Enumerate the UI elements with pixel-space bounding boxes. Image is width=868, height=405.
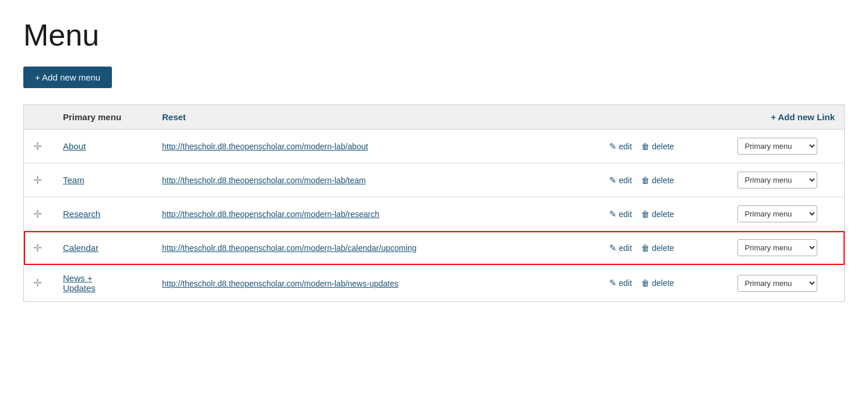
item-name-link[interactable]: Calendar	[63, 243, 99, 253]
drag-icon: ✛	[33, 208, 42, 220]
menu-select-cell: Primary menuSecondary menuFooter menu	[728, 197, 845, 231]
menu-table: Primary menu Reset + Add new Link ✛About…	[23, 104, 845, 302]
drag-handle[interactable]: ✛	[24, 265, 54, 302]
col-header-add-link[interactable]: + Add new Link	[728, 105, 845, 130]
table-row: ✛Calendarhttp://thescholr.d8.theopenscho…	[24, 231, 845, 265]
delete-icon	[641, 278, 649, 288]
drag-handle[interactable]: ✛	[24, 163, 54, 197]
delete-link[interactable]: delete	[641, 176, 674, 185]
drag-icon: ✛	[33, 242, 42, 254]
add-menu-button[interactable]: + Add new menu	[23, 67, 112, 88]
edit-icon	[609, 175, 617, 186]
delete-link[interactable]: delete	[641, 278, 674, 288]
table-row: ✛Teamhttp://thescholr.d8.theopenscholar.…	[24, 163, 845, 197]
item-name-link[interactable]: News + Updates	[63, 273, 96, 293]
drag-icon: ✛	[33, 174, 42, 186]
menu-select-cell: Primary menuSecondary menuFooter menu	[728, 265, 845, 302]
edit-icon	[609, 209, 617, 219]
item-url-cell: http://thescholr.d8.theopenscholar.com/m…	[153, 231, 600, 265]
menu-select[interactable]: Primary menuSecondary menuFooter menu	[737, 239, 817, 256]
reset-link[interactable]: Reset	[162, 112, 186, 122]
edit-icon	[609, 141, 617, 152]
col-header-primary-menu: Primary menu	[54, 105, 153, 130]
action-cell: edit delete	[600, 163, 728, 197]
action-cell: edit delete	[600, 265, 728, 302]
menu-select[interactable]: Primary menuSecondary menuFooter menu	[737, 172, 817, 188]
item-name-cell: News + Updates	[54, 265, 153, 302]
edit-link[interactable]: edit	[609, 243, 632, 253]
edit-icon	[609, 243, 617, 253]
action-cell: edit delete	[600, 197, 728, 231]
item-url-cell: http://thescholr.d8.theopenscholar.com/m…	[153, 197, 600, 231]
edit-link[interactable]: edit	[609, 209, 632, 219]
edit-link[interactable]: edit	[609, 278, 632, 288]
item-name-link[interactable]: Team	[63, 175, 85, 185]
item-name-cell: About	[54, 130, 153, 163]
table-row: ✛Abouthttp://thescholr.d8.theopenscholar…	[24, 130, 845, 163]
edit-link[interactable]: edit	[609, 175, 632, 186]
delete-link[interactable]: delete	[641, 243, 674, 253]
menu-select[interactable]: Primary menuSecondary menuFooter menu	[737, 205, 817, 222]
item-url-link[interactable]: http://thescholr.d8.theopenscholar.com/m…	[162, 243, 417, 253]
add-new-link[interactable]: + Add new Link	[771, 112, 835, 122]
col-header-drag	[24, 105, 54, 130]
delete-link[interactable]: delete	[641, 142, 674, 151]
action-cell: edit delete	[600, 231, 728, 265]
drag-icon: ✛	[33, 277, 42, 289]
page-title: Menu	[23, 18, 845, 53]
item-name-link[interactable]: About	[63, 141, 86, 151]
item-url-cell: http://thescholr.d8.theopenscholar.com/m…	[153, 130, 600, 163]
drag-icon: ✛	[33, 141, 42, 152]
item-name-cell: Calendar	[54, 231, 153, 265]
delete-icon	[641, 243, 649, 253]
drag-handle[interactable]: ✛	[24, 197, 54, 231]
item-url-link[interactable]: http://thescholr.d8.theopenscholar.com/m…	[162, 142, 368, 151]
item-name-link[interactable]: Research	[63, 209, 100, 219]
item-url-link[interactable]: http://thescholr.d8.theopenscholar.com/m…	[162, 176, 366, 185]
item-url-cell: http://thescholr.d8.theopenscholar.com/m…	[153, 265, 600, 302]
col-header-actions	[600, 105, 728, 130]
table-row: ✛News + Updateshttp://thescholr.d8.theop…	[24, 265, 845, 302]
delete-icon	[641, 210, 649, 219]
item-name-cell: Team	[54, 163, 153, 197]
item-url-cell: http://thescholr.d8.theopenscholar.com/m…	[153, 163, 600, 197]
action-cell: edit delete	[600, 130, 728, 163]
drag-handle[interactable]: ✛	[24, 231, 54, 265]
item-url-link[interactable]: http://thescholr.d8.theopenscholar.com/m…	[162, 210, 379, 219]
menu-select-cell: Primary menuSecondary menuFooter menu	[728, 163, 845, 197]
delete-icon	[641, 176, 649, 185]
delete-icon	[641, 142, 649, 151]
edit-link[interactable]: edit	[609, 141, 632, 152]
menu-select[interactable]: Primary menuSecondary menuFooter menu	[737, 275, 817, 292]
table-row: ✛Researchhttp://thescholr.d8.theopenscho…	[24, 197, 845, 231]
item-url-link[interactable]: http://thescholr.d8.theopenscholar.com/m…	[162, 279, 398, 288]
drag-handle[interactable]: ✛	[24, 130, 54, 163]
menu-select-cell: Primary menuSecondary menuFooter menu	[728, 231, 845, 265]
delete-link[interactable]: delete	[641, 210, 674, 219]
col-header-reset[interactable]: Reset	[153, 105, 600, 130]
item-name-cell: Research	[54, 197, 153, 231]
menu-select-cell: Primary menuSecondary menuFooter menu	[728, 130, 845, 163]
menu-select[interactable]: Primary menuSecondary menuFooter menu	[737, 138, 817, 155]
edit-icon	[609, 278, 617, 288]
